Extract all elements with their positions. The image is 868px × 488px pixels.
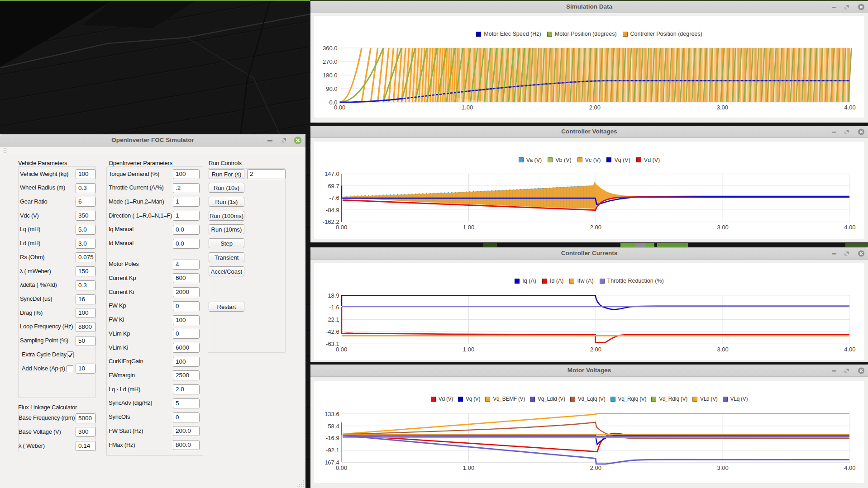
svg-text:-42.6: -42.6 [326,328,339,335]
svg-text:1.00: 1.00 [462,104,473,111]
svg-text:2.00: 2.00 [590,224,601,231]
svg-text:-22.1: -22.1 [326,316,339,323]
svg-text:147.0: 147.0 [324,171,339,177]
svg-text:58.4: 58.4 [328,423,339,430]
svg-text:2.00: 2.00 [589,104,601,111]
svg-text:1.00: 1.00 [463,224,474,231]
svg-text:4.00: 4.00 [844,464,855,471]
svg-text:90.0: 90.0 [326,85,337,92]
svg-text:133.6: 133.6 [324,411,339,417]
svg-text:4.00: 4.00 [844,104,856,111]
svg-text:-92.1: -92.1 [326,447,339,454]
svg-text:360.0: 360.0 [323,45,338,52]
svg-text:-16.9: -16.9 [326,435,339,441]
svg-text:3.00: 3.00 [717,224,728,231]
svg-text:0.00: 0.00 [336,346,347,353]
svg-text:4.00: 4.00 [844,346,855,353]
svg-text:-1.6: -1.6 [329,304,339,311]
svg-text:-7.6: -7.6 [329,194,339,201]
svg-text:2.00: 2.00 [590,464,601,471]
svg-text:4.00: 4.00 [844,224,855,231]
svg-text:69.7: 69.7 [328,183,339,190]
svg-text:3.00: 3.00 [717,464,728,471]
svg-text:0.00: 0.00 [334,104,345,111]
svg-text:3.00: 3.00 [717,346,728,353]
svg-text:18.9: 18.9 [328,292,339,299]
svg-text:-84.9: -84.9 [326,207,339,213]
svg-text:0.00: 0.00 [336,464,347,471]
svg-text:0.00: 0.00 [336,224,347,231]
svg-text:270.0: 270.0 [323,58,338,65]
svg-text:2.00: 2.00 [590,346,601,353]
svg-text:3.00: 3.00 [717,104,728,111]
svg-text:1.00: 1.00 [463,346,474,353]
svg-text:180.0: 180.0 [323,72,338,79]
svg-text:1.00: 1.00 [463,464,474,471]
